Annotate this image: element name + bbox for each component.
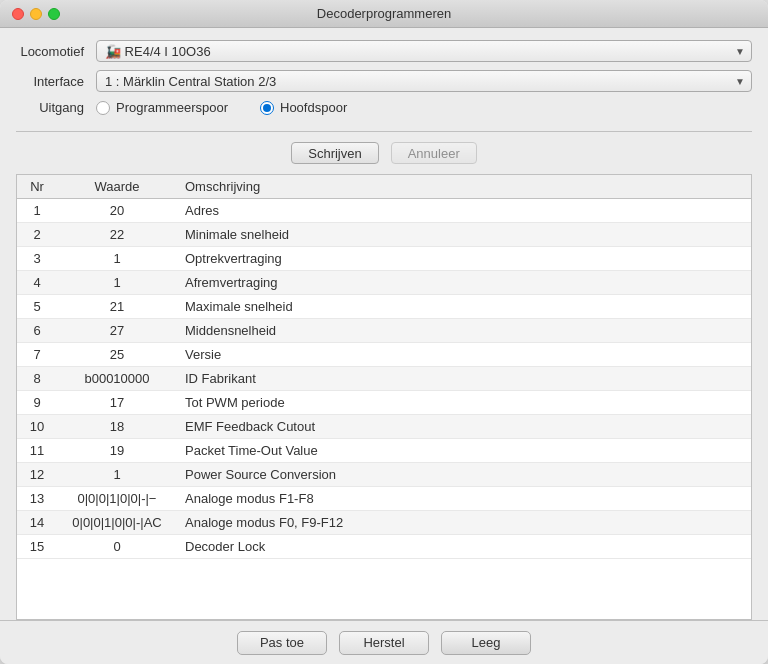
table-row[interactable]: 1018EMF Feedback Cutout bbox=[17, 415, 751, 439]
locomotief-row: Locomotief 🚂 RE4/4 I 10O36 ▼ bbox=[16, 40, 752, 62]
cell-nr: 14 bbox=[17, 511, 57, 535]
table-row[interactable]: 150Decoder Lock bbox=[17, 535, 751, 559]
cell-omschrijving: Afremvertraging bbox=[177, 271, 751, 295]
table-row[interactable]: 140|0|0|1|0|0|-|ACAnaloge modus F0, F9-F… bbox=[17, 511, 751, 535]
cell-waarde: 27 bbox=[57, 319, 177, 343]
main-content: Locomotief 🚂 RE4/4 I 10O36 ▼ Interface 1… bbox=[0, 28, 768, 620]
table-row[interactable]: 222Minimale snelheid bbox=[17, 223, 751, 247]
table-row[interactable]: 521Maximale snelheid bbox=[17, 295, 751, 319]
maximize-button[interactable] bbox=[48, 8, 60, 20]
cell-nr: 13 bbox=[17, 487, 57, 511]
table-row[interactable]: 130|0|0|1|0|0|-|−Analoge modus F1-F8 bbox=[17, 487, 751, 511]
schrijven-button[interactable]: Schrijven bbox=[291, 142, 378, 164]
cell-nr: 10 bbox=[17, 415, 57, 439]
programmeerspoor-radio[interactable] bbox=[96, 101, 110, 115]
cell-nr: 1 bbox=[17, 199, 57, 223]
table-header: Nr Waarde Omschrijving bbox=[17, 175, 751, 199]
cell-nr: 11 bbox=[17, 439, 57, 463]
herstel-button[interactable]: Herstel bbox=[339, 631, 429, 655]
pas-toe-button[interactable]: Pas toe bbox=[237, 631, 327, 655]
cell-omschrijving: Adres bbox=[177, 199, 751, 223]
cell-omschrijving: Versie bbox=[177, 343, 751, 367]
cell-nr: 4 bbox=[17, 271, 57, 295]
bottom-bar: Pas toe Herstel Leeg bbox=[0, 620, 768, 664]
cell-nr: 3 bbox=[17, 247, 57, 271]
cell-waarde: 22 bbox=[57, 223, 177, 247]
cell-waarde: b00010000 bbox=[57, 367, 177, 391]
table-row[interactable]: 627Middensnelheid bbox=[17, 319, 751, 343]
cell-waarde: 21 bbox=[57, 295, 177, 319]
cell-omschrijving: Maximale snelheid bbox=[177, 295, 751, 319]
cell-waarde: 20 bbox=[57, 199, 177, 223]
annuleer-button[interactable]: Annuleer bbox=[391, 142, 477, 164]
cell-nr: 12 bbox=[17, 463, 57, 487]
cell-omschrijving: ID Fabrikant bbox=[177, 367, 751, 391]
locomotief-dropdown-container: 🚂 RE4/4 I 10O36 ▼ bbox=[96, 40, 752, 62]
hoofdspoor-option[interactable]: Hoofdspoor bbox=[260, 100, 347, 115]
interface-dropdown-container: 1 : Märklin Central Station 2/3 ▼ bbox=[96, 70, 752, 92]
cell-waarde: 1 bbox=[57, 463, 177, 487]
table-row[interactable]: 725Versie bbox=[17, 343, 751, 367]
locomotief-dropdown[interactable]: 🚂 RE4/4 I 10O36 bbox=[96, 40, 752, 62]
uitgang-label: Uitgang bbox=[16, 100, 96, 115]
cell-omschrijving: Middensnelheid bbox=[177, 319, 751, 343]
programmeerspoor-label: Programmeerspoor bbox=[116, 100, 228, 115]
data-table: Nr Waarde Omschrijving 120Adres222Minima… bbox=[17, 175, 751, 559]
programmeerspoor-option[interactable]: Programmeerspoor bbox=[96, 100, 228, 115]
cell-omschrijving: Decoder Lock bbox=[177, 535, 751, 559]
cell-omschrijving: Optrekvertraging bbox=[177, 247, 751, 271]
col-omschrijving: Omschrijving bbox=[177, 175, 751, 199]
title-bar: Decoderprogrammeren bbox=[0, 0, 768, 28]
minimize-button[interactable] bbox=[30, 8, 42, 20]
table-row[interactable]: 121Power Source Conversion bbox=[17, 463, 751, 487]
close-button[interactable] bbox=[12, 8, 24, 20]
table-row[interactable]: 120Adres bbox=[17, 199, 751, 223]
cell-omschrijving: EMF Feedback Cutout bbox=[177, 415, 751, 439]
cell-omschrijving: Tot PWM periode bbox=[177, 391, 751, 415]
uitgang-radio-group: Programmeerspoor Hoofdspoor bbox=[96, 100, 347, 115]
divider bbox=[16, 131, 752, 132]
cell-waarde: 17 bbox=[57, 391, 177, 415]
cell-nr: 7 bbox=[17, 343, 57, 367]
cell-waarde: 0|0|0|1|0|0|-|AC bbox=[57, 511, 177, 535]
cell-waarde: 18 bbox=[57, 415, 177, 439]
col-nr: Nr bbox=[17, 175, 57, 199]
cell-omschrijving: Power Source Conversion bbox=[177, 463, 751, 487]
table-row[interactable]: 41Afremvertraging bbox=[17, 271, 751, 295]
interface-label: Interface bbox=[16, 74, 96, 89]
window-title: Decoderprogrammeren bbox=[317, 6, 451, 21]
table-container[interactable]: Nr Waarde Omschrijving 120Adres222Minima… bbox=[16, 174, 752, 620]
cell-omschrijving: Analoge modus F0, F9-F12 bbox=[177, 511, 751, 535]
uitgang-row: Uitgang Programmeerspoor Hoofdspoor bbox=[16, 100, 752, 115]
cell-waarde: 0|0|0|1|0|0|-|− bbox=[57, 487, 177, 511]
cell-nr: 5 bbox=[17, 295, 57, 319]
table-body: 120Adres222Minimale snelheid31Optrekvert… bbox=[17, 199, 751, 559]
cell-nr: 8 bbox=[17, 367, 57, 391]
cell-waarde: 1 bbox=[57, 247, 177, 271]
leeg-button[interactable]: Leeg bbox=[441, 631, 531, 655]
table-row[interactable]: 31Optrekvertraging bbox=[17, 247, 751, 271]
hoofdspoor-radio[interactable] bbox=[260, 101, 274, 115]
cell-waarde: 19 bbox=[57, 439, 177, 463]
hoofdspoor-label: Hoofdspoor bbox=[280, 100, 347, 115]
traffic-lights bbox=[12, 8, 60, 20]
cell-waarde: 0 bbox=[57, 535, 177, 559]
table-row[interactable]: 1119Packet Time-Out Value bbox=[17, 439, 751, 463]
cell-omschrijving: Packet Time-Out Value bbox=[177, 439, 751, 463]
cell-nr: 15 bbox=[17, 535, 57, 559]
table-row[interactable]: 917Tot PWM periode bbox=[17, 391, 751, 415]
locomotief-label: Locomotief bbox=[16, 44, 96, 59]
interface-dropdown[interactable]: 1 : Märklin Central Station 2/3 bbox=[96, 70, 752, 92]
cell-omschrijving: Minimale snelheid bbox=[177, 223, 751, 247]
cell-nr: 9 bbox=[17, 391, 57, 415]
main-window: Decoderprogrammeren Locomotief 🚂 RE4/4 I… bbox=[0, 0, 768, 664]
cell-nr: 2 bbox=[17, 223, 57, 247]
action-buttons-row: Schrijven Annuleer bbox=[16, 142, 752, 164]
table-row[interactable]: 8b00010000ID Fabrikant bbox=[17, 367, 751, 391]
cell-nr: 6 bbox=[17, 319, 57, 343]
cell-waarde: 25 bbox=[57, 343, 177, 367]
cell-omschrijving: Analoge modus F1-F8 bbox=[177, 487, 751, 511]
interface-row: Interface 1 : Märklin Central Station 2/… bbox=[16, 70, 752, 92]
cell-waarde: 1 bbox=[57, 271, 177, 295]
col-waarde: Waarde bbox=[57, 175, 177, 199]
